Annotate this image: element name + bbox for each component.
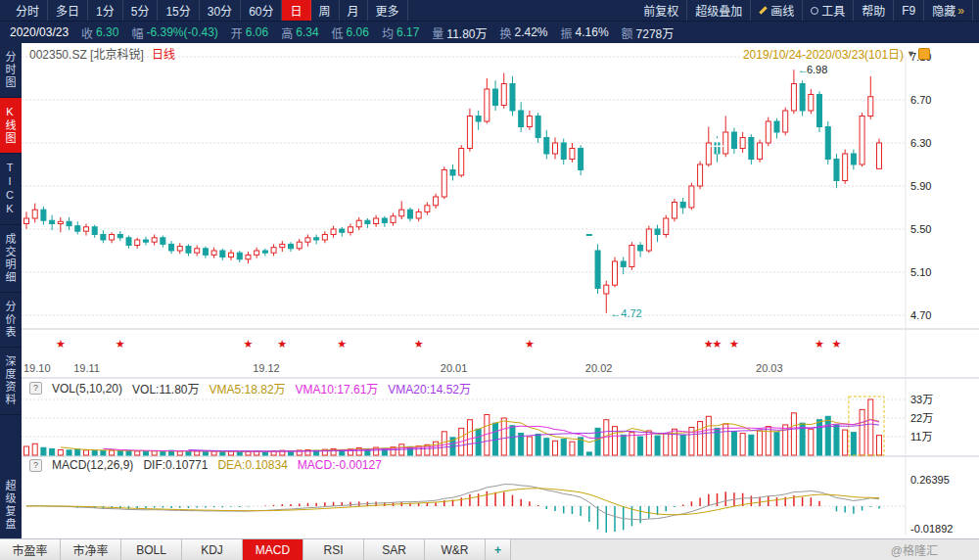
tab-pb[interactable]: 市净率 — [61, 539, 121, 560]
svg-text:★: ★ — [832, 338, 842, 350]
field-value-high: 6.34 — [296, 25, 318, 39]
field-low: 低6.06 — [332, 24, 369, 41]
stock-name: [北京科锐] — [90, 48, 144, 62]
tab-wr[interactable]: W&R — [425, 539, 486, 560]
field-label-avg: 均 — [382, 24, 394, 41]
vol-value: VOL:11.80万 — [132, 380, 200, 397]
sidebar-item-trade-detail[interactable]: 成交明细 — [0, 225, 22, 293]
svg-text:19.11: 19.11 — [73, 362, 100, 374]
topbar-item-multiday[interactable]: 多日 — [48, 0, 88, 21]
range-icon[interactable] — [918, 48, 930, 60]
tab-boll[interactable]: BOLL — [121, 539, 182, 560]
svg-text:20.01: 20.01 — [441, 362, 468, 374]
topbar-item-30min[interactable]: 30分 — [200, 0, 241, 21]
field-label-change: 幅 — [131, 24, 143, 41]
topbar-item-label-help: 帮助 — [862, 2, 885, 19]
svg-text:6.70: 6.70 — [910, 94, 931, 106]
macd-value: MACD:-0.00127 — [298, 458, 382, 472]
x-axis-labels: 19.1019.1119.1220.0120.0220.03 — [23, 362, 783, 374]
watermark: @格隆汇 — [891, 539, 938, 560]
sidebar-item-price-table[interactable]: 分价表 — [0, 293, 22, 348]
topbar-item-5min[interactable]: 5分 — [123, 0, 159, 21]
topbar-item-tools[interactable]: 工具 — [803, 0, 854, 21]
topbar-item-hide[interactable]: 隐藏» — [924, 0, 973, 21]
macd-pane-header: ? MACD(12,26,9) DIF:0.10771 DEA:0.10834 … — [29, 458, 382, 472]
topbar-item-week[interactable]: 周 — [311, 0, 340, 21]
field-label-turnover: 换 — [499, 24, 511, 41]
svg-text:★: ★ — [244, 338, 254, 350]
tab-sar[interactable]: SAR — [364, 539, 425, 560]
svg-text:★: ★ — [414, 338, 424, 350]
volume-pane-header: ? VOL(5,10,20) VOL:11.80万 VMA5:18.82万 VM… — [29, 380, 471, 397]
vma5-value: VMA5:18.82万 — [210, 380, 286, 397]
quote-date: 2020/03/23 — [10, 25, 69, 39]
sidebar-item-depth-info[interactable]: 深度资料 — [0, 348, 22, 415]
svg-text:20.02: 20.02 — [585, 362, 613, 374]
tab-add[interactable]: + — [486, 539, 511, 560]
tab-rsi[interactable]: RSI — [303, 539, 364, 560]
topbar-item-60min[interactable]: 60分 — [241, 0, 282, 21]
help-icon[interactable]: ? — [29, 382, 42, 395]
macd-plot: 0.26395-0.01892 — [22, 474, 953, 535]
date-range-selector[interactable]: 2019/10/24-2020/03/23(101日) ▼ — [743, 45, 930, 62]
tab-kdj[interactable]: KDJ — [182, 539, 243, 560]
topbar-right: 前复权超级叠加画线工具帮助F9隐藏» — [635, 0, 979, 21]
topbar-item-more[interactable]: 更多 — [368, 0, 408, 21]
help-icon[interactable]: ? — [29, 459, 42, 472]
topbar-item-time[interactable]: 分时 — [8, 0, 48, 21]
field-value-amplitude: 4.16% — [576, 25, 609, 39]
tab-macd[interactable]: MACD — [243, 539, 303, 560]
pencil-icon — [759, 6, 767, 14]
sidebar-item-kline[interactable]: K线图 — [0, 98, 22, 154]
vma10-value: VMA10:17.61万 — [296, 380, 379, 397]
topbar-item-label-super-overlay: 超级叠加 — [695, 2, 742, 19]
svg-text:6.30: 6.30 — [910, 137, 931, 149]
field-label-open: 开 — [231, 24, 243, 41]
topbar-item-draw-line[interactable]: 画线 — [751, 0, 803, 21]
topbar-item-label-f9: F9 — [902, 4, 915, 18]
field-volume: 量11.80万 — [432, 24, 487, 41]
svg-text:★: ★ — [277, 338, 287, 350]
quote-infobar: 2020/03/23 收6.30幅-6.39%(-0.43)开6.06高6.34… — [0, 22, 979, 43]
svg-text:19.10: 19.10 — [23, 362, 51, 374]
svg-text:20.03: 20.03 — [756, 362, 783, 374]
wrench-icon — [811, 7, 818, 15]
topbar-item-15min[interactable]: 15分 — [158, 0, 199, 21]
svg-text:★: ★ — [116, 338, 125, 350]
field-turnover: 换2.42% — [499, 24, 547, 41]
svg-text:4.70: 4.70 — [910, 309, 931, 321]
dea-value: DEA:0.10834 — [217, 458, 287, 472]
topbar-item-help[interactable]: 帮助 — [854, 0, 894, 21]
svg-text:★: ★ — [729, 338, 739, 350]
topbar-item-1min[interactable]: 1分 — [88, 0, 123, 21]
tab-pe[interactable]: 市盈率 — [0, 539, 61, 560]
svg-text:5.50: 5.50 — [910, 223, 931, 235]
candlesticks — [24, 70, 882, 313]
field-label-volume: 量 — [432, 24, 443, 41]
svg-text:★: ★ — [525, 338, 535, 350]
svg-text:0.26395: 0.26395 — [910, 474, 950, 486]
chevron-down-icon[interactable]: ▼ — [907, 49, 915, 59]
field-open: 开6.06 — [231, 24, 268, 41]
field-value-low: 6.06 — [347, 25, 369, 39]
svg-text:6.98: 6.98 — [807, 64, 827, 75]
sidebar-item-tick[interactable]: TICK — [0, 154, 22, 225]
topbar-item-f9[interactable]: F9 — [894, 0, 924, 21]
sidebar-item-super-replay[interactable]: 超级复盘 — [0, 472, 22, 538]
svg-text:★: ★ — [815, 338, 824, 350]
stock-terminal: 分时多日1分5分15分30分60分日周月更多 前复权超级叠加画线工具帮助F9隐藏… — [0, 0, 979, 560]
field-value-volume: 11.80万 — [446, 24, 487, 41]
topbar-item-forward-adjust[interactable]: 前复权 — [635, 0, 687, 21]
field-label-amount: 额 — [622, 24, 633, 41]
period-label: 日线 — [152, 48, 175, 62]
topbar-item-month[interactable]: 月 — [340, 0, 368, 21]
topbar-left: 分时多日1分5分15分30分60分日周月更多 — [0, 0, 408, 21]
field-value-amount: 7278万 — [636, 24, 675, 41]
topbar-item-super-overlay[interactable]: 超级叠加 — [687, 0, 751, 21]
field-high: 高6.34 — [281, 24, 318, 41]
svg-text:11万: 11万 — [910, 431, 932, 443]
field-value-change: -6.39%(-0.43) — [146, 25, 217, 39]
sidebar-item-intraday[interactable]: 分时图 — [0, 43, 22, 98]
topbar-item-day[interactable]: 日 — [282, 0, 310, 21]
macd-indicator-title: MACD(12,26,9) — [52, 458, 133, 472]
